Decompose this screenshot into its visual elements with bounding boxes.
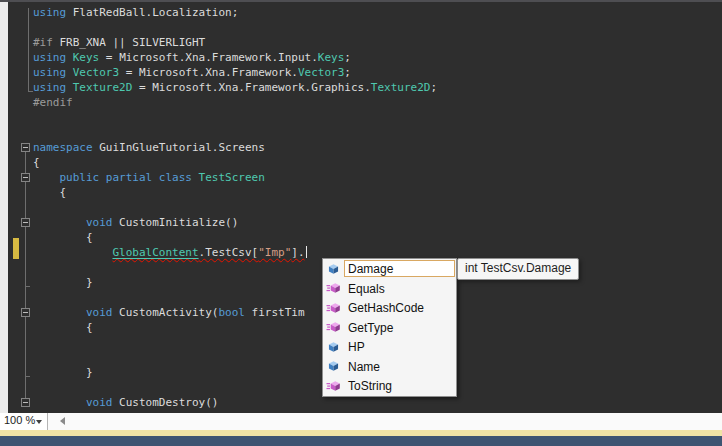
zoom-level-value: 100 % bbox=[4, 414, 35, 426]
intellisense-popup: DamageEqualsGetHashCodeGetTypeHPNameToSt… bbox=[322, 258, 457, 397]
code-line[interactable] bbox=[33, 110, 437, 125]
left-panel-edge bbox=[0, 2, 8, 413]
completion-item[interactable]: ToString bbox=[323, 376, 456, 396]
text-caret bbox=[306, 246, 308, 258]
code-line[interactable]: void CustomDestroy() bbox=[33, 395, 437, 410]
code-line[interactable]: { bbox=[33, 230, 437, 245]
scroll-left-icon[interactable] bbox=[60, 417, 65, 425]
completion-item-label: Equals bbox=[344, 280, 455, 297]
method-icon bbox=[326, 281, 341, 295]
change-tracking-bar bbox=[13, 238, 19, 259]
code-line[interactable]: { bbox=[33, 185, 437, 200]
completion-item-label: GetHashCode bbox=[344, 299, 455, 316]
completion-item-label: Name bbox=[344, 358, 455, 375]
code-line[interactable]: #endif bbox=[33, 95, 437, 110]
code-line[interactable]: using Texture2D = Microsoft.Xna.Framewor… bbox=[33, 80, 437, 95]
method-icon bbox=[326, 301, 341, 315]
fold-collapse-box[interactable] bbox=[21, 398, 30, 407]
chevron-down-icon bbox=[36, 420, 42, 424]
completion-item-label: ToString bbox=[344, 377, 455, 394]
completion-item-label: GetType bbox=[344, 319, 455, 336]
outline-guide-corner bbox=[25, 376, 30, 377]
field-icon bbox=[326, 262, 341, 276]
code-line[interactable]: #if FRB_XNA || SILVERLIGHT bbox=[33, 35, 437, 50]
outline-guide-main bbox=[25, 152, 26, 399]
field-icon bbox=[326, 340, 341, 354]
completion-item-label: HP bbox=[344, 338, 455, 355]
zoom-level-combobox[interactable]: 100 % bbox=[0, 413, 48, 430]
code-line[interactable]: using Vector3 = Microsoft.Xna.Framework.… bbox=[33, 65, 437, 80]
completion-item[interactable]: GetType bbox=[323, 318, 456, 338]
horizontal-scrollbar[interactable]: 100 % bbox=[0, 413, 722, 430]
code-line[interactable] bbox=[33, 200, 437, 215]
completion-item[interactable]: Equals bbox=[323, 279, 456, 299]
outline-guide-corner bbox=[25, 286, 30, 287]
completion-item[interactable]: HP bbox=[323, 337, 456, 357]
fold-collapse-box[interactable] bbox=[21, 173, 30, 182]
code-line[interactable]: public partial class TestScreen bbox=[33, 170, 437, 185]
fold-collapse-box[interactable] bbox=[21, 218, 30, 227]
completion-item[interactable]: Damage bbox=[323, 259, 456, 279]
completion-item-label: Damage bbox=[344, 260, 455, 277]
code-line[interactable] bbox=[33, 20, 437, 35]
code-line[interactable]: using Keys = Microsoft.Xna.Framework.Inp… bbox=[33, 50, 437, 65]
outline-guide-using-block bbox=[28, 8, 29, 92]
intellisense-tooltip: int TestCsv.Damage bbox=[457, 258, 579, 280]
code-line[interactable]: using FlatRedBall.Localization; bbox=[33, 5, 437, 20]
code-line[interactable]: void CustomInitialize() bbox=[33, 215, 437, 230]
code-line[interactable]: { bbox=[33, 155, 437, 170]
completion-item[interactable]: GetHashCode bbox=[323, 298, 456, 318]
fold-collapse-box[interactable] bbox=[21, 308, 30, 317]
status-bar bbox=[0, 436, 722, 446]
error-squiggle: GlobalContent.TestCsv["Imp"]. bbox=[112, 246, 304, 259]
method-icon bbox=[326, 379, 341, 393]
code-line[interactable]: namespace GuiInGlueTutorial.Screens bbox=[33, 140, 437, 155]
fold-collapse-box[interactable] bbox=[21, 143, 30, 152]
field-icon bbox=[326, 359, 341, 373]
completion-item[interactable]: Name bbox=[323, 357, 456, 377]
method-icon bbox=[326, 320, 341, 334]
code-line[interactable] bbox=[33, 125, 437, 140]
